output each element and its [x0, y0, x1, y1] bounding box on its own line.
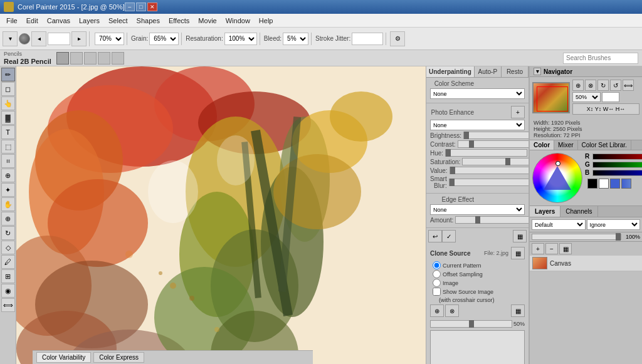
- layers-tab[interactable]: Layers: [530, 206, 560, 217]
- painting[interactable]: [16, 66, 426, 364]
- color-tab[interactable]: Color: [530, 140, 554, 150]
- image-radio[interactable]: [433, 279, 441, 287]
- smart-blur-slider[interactable]: [449, 179, 529, 186]
- g-slider[interactable]: [592, 162, 642, 168]
- eraser-tool[interactable]: ◻: [1, 82, 15, 96]
- offset-sampling-radio[interactable]: [433, 270, 441, 278]
- options-btn[interactable]: ▦: [513, 230, 527, 242]
- hue-slider[interactable]: [445, 149, 527, 157]
- menu-canvas[interactable]: Canvas: [43, 16, 74, 26]
- smear-tool[interactable]: 👆: [1, 96, 15, 110]
- current-pattern-radio[interactable]: [433, 261, 441, 269]
- new-layer-btn[interactable]: +: [532, 243, 544, 254]
- opacity-select[interactable]: 70%: [95, 33, 124, 45]
- nav-btn-5[interactable]: ⟺: [623, 80, 634, 91]
- color-tool[interactable]: ◉: [1, 284, 15, 298]
- swatch-gradient[interactable]: [621, 179, 631, 189]
- brightness-slider[interactable]: [463, 132, 529, 139]
- jitter-input[interactable]: 0.00: [352, 33, 383, 45]
- bleed-select[interactable]: 5%: [283, 33, 308, 45]
- menu-shapes[interactable]: Shapes: [133, 16, 164, 26]
- clone-btn-3[interactable]: ▦: [511, 304, 525, 317]
- crop-tool[interactable]: ⌗: [1, 154, 15, 168]
- hand-tool[interactable]: ✋: [1, 197, 15, 211]
- channels-tab[interactable]: Channels: [560, 206, 597, 217]
- nav-btn-3[interactable]: ↻: [597, 80, 609, 91]
- brush-icon-2[interactable]: [70, 52, 83, 65]
- amount-slider[interactable]: [455, 216, 529, 224]
- color-scheme-select[interactable]: None: [430, 88, 525, 99]
- nav-xy-btn[interactable]: X↕ Y↕ W↔ H↔: [572, 103, 639, 115]
- fill-tool[interactable]: ▓: [1, 111, 15, 125]
- resat-select[interactable]: 100%: [224, 33, 257, 45]
- swatch-black[interactable]: [587, 179, 597, 189]
- color-variability-tab[interactable]: Color Variability: [36, 352, 91, 363]
- select-tool[interactable]: ⬚: [1, 140, 15, 153]
- close-button[interactable]: ✕: [147, 3, 157, 11]
- zoom-tool[interactable]: ⊕: [1, 212, 15, 226]
- nav-rotation-input[interactable]: 0°: [602, 92, 619, 102]
- autop-tab[interactable]: Auto-P: [475, 66, 502, 77]
- brush-size-next[interactable]: ▸: [71, 31, 87, 46]
- brush-size-prev[interactable]: ◂: [31, 31, 46, 46]
- minimize-button[interactable]: –: [125, 3, 135, 11]
- edge-effect-select[interactable]: None: [430, 204, 525, 215]
- grain-select[interactable]: 65%: [149, 33, 179, 45]
- menu-help[interactable]: Help: [255, 16, 277, 26]
- delete-layer-btn[interactable]: −: [545, 243, 558, 254]
- maximize-button[interactable]: □: [136, 3, 146, 11]
- undo-btn[interactable]: ↩: [428, 230, 442, 242]
- photo-enhance-select[interactable]: None: [430, 120, 525, 130]
- nav-btn-4[interactable]: ↺: [610, 80, 621, 91]
- brush-icon-4[interactable]: [98, 52, 110, 65]
- clone-btn-2[interactable]: ⊗: [445, 304, 459, 317]
- brush-size-input[interactable]: 20.0: [48, 33, 70, 45]
- underpainting-tab[interactable]: Underpainting: [426, 66, 475, 77]
- r-slider[interactable]: [592, 153, 642, 160]
- clone-options-btn[interactable]: ▦: [511, 247, 525, 259]
- menu-window[interactable]: Window: [222, 16, 254, 26]
- clone-btn-1[interactable]: ⊕: [430, 304, 444, 317]
- brush-preset-btn[interactable]: ▾: [3, 31, 18, 46]
- navigator-collapse-btn[interactable]: ▾: [534, 68, 541, 75]
- color-express-tab[interactable]: Color Express: [93, 352, 144, 363]
- rotate-tool[interactable]: ↻: [1, 226, 15, 240]
- menu-file[interactable]: File: [3, 16, 21, 26]
- color-wheel[interactable]: [532, 153, 582, 203]
- show-source-checkbox[interactable]: [433, 288, 441, 296]
- b-slider[interactable]: [592, 170, 642, 176]
- text-tool[interactable]: T: [1, 125, 15, 139]
- clone-opacity-slider[interactable]: [430, 320, 512, 328]
- menu-movie[interactable]: Movie: [194, 16, 220, 26]
- brush-icon-1[interactable]: [56, 52, 69, 65]
- swatch-white[interactable]: [599, 179, 609, 189]
- saturation-slider[interactable]: [462, 158, 529, 165]
- layers-opacity-slider[interactable]: [532, 234, 621, 240]
- brush-icon-5[interactable]: [112, 52, 124, 65]
- menu-effects[interactable]: Effects: [165, 16, 193, 26]
- mirror-tool[interactable]: ⟺: [1, 298, 15, 312]
- apply-btn[interactable]: ✓: [442, 230, 456, 242]
- brush-tool[interactable]: ✏: [1, 68, 15, 81]
- menu-edit[interactable]: Edit: [23, 16, 42, 26]
- menu-layers[interactable]: Layers: [75, 16, 103, 26]
- mixer-tab[interactable]: Mixer: [554, 140, 577, 150]
- blend-mode-select[interactable]: Default: [532, 219, 586, 230]
- layer-options-btn[interactable]: ▦: [559, 243, 572, 254]
- resto-tab[interactable]: Resto: [502, 66, 529, 77]
- settings-btn[interactable]: ⚙: [390, 31, 405, 46]
- search-input[interactable]: [563, 53, 638, 64]
- pen-tool[interactable]: 🖊: [1, 255, 15, 269]
- layer-adj-tool[interactable]: ⊞: [1, 269, 15, 283]
- nav-zoom-select[interactable]: 50%: [572, 92, 601, 102]
- clone-tool[interactable]: ⊕: [1, 169, 15, 182]
- value-slider[interactable]: [450, 167, 529, 174]
- eyedropper-tool[interactable]: ✦: [1, 183, 15, 197]
- swatch-blue[interactable]: [610, 179, 620, 189]
- contrast-slider[interactable]: [458, 140, 529, 148]
- ignore-select[interactable]: Ignore: [587, 219, 641, 230]
- library-tab[interactable]: Color Set Librar.: [578, 140, 631, 150]
- menu-select[interactable]: Select: [105, 16, 132, 26]
- canvas-layer-row[interactable]: Canvas: [530, 256, 642, 271]
- shape-tool[interactable]: ◇: [1, 241, 15, 254]
